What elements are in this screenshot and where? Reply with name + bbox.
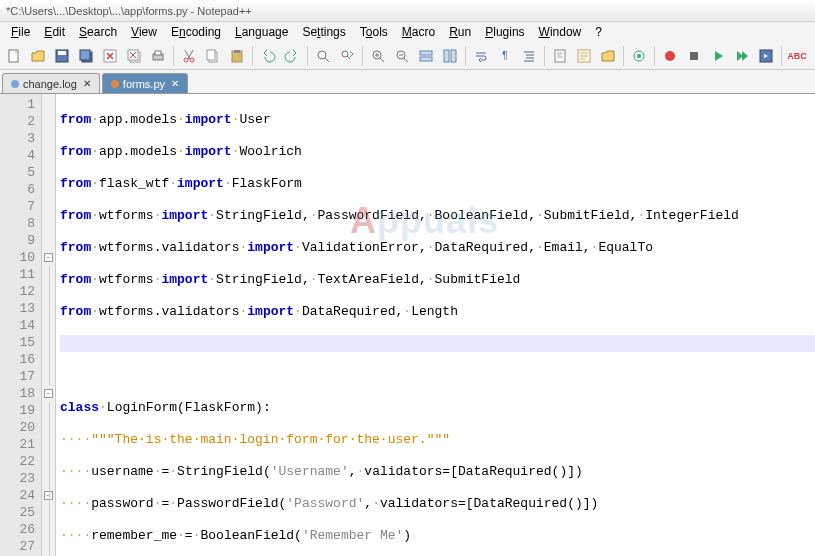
svg-rect-22 [444,50,449,62]
cursor-line [60,335,815,352]
find-icon[interactable] [312,45,334,67]
stop-macro-icon[interactable] [683,45,705,67]
svg-point-28 [665,51,675,61]
play-macro-icon[interactable] [707,45,729,67]
menu-search[interactable]: Search [72,23,124,41]
svg-rect-21 [420,57,432,61]
svg-point-10 [184,58,188,62]
close-icon[interactable] [99,45,121,67]
code-area[interactable]: from·app.models·import·User from·app.mod… [56,94,815,556]
menu-help[interactable]: ? [588,23,609,41]
save-macro-icon[interactable] [755,45,777,67]
code-editor[interactable]: 1234567891011121314151617181920212223242… [0,94,815,556]
svg-point-11 [190,58,194,62]
new-file-icon[interactable] [3,45,25,67]
svg-point-27 [637,54,641,58]
print-icon[interactable] [147,45,169,67]
svg-rect-29 [690,52,698,60]
menu-view[interactable]: View [124,23,164,41]
menu-window[interactable]: Window [532,23,589,41]
menu-bar: FFileile Edit Search View Encoding Langu… [0,22,815,42]
spellcheck-icon[interactable]: ABC [786,45,808,67]
doc-map-icon[interactable] [549,45,571,67]
menu-language[interactable]: Language [228,23,295,41]
play-multi-icon[interactable] [731,45,753,67]
undo-icon[interactable] [257,45,279,67]
menu-plugins[interactable]: Plugins [478,23,531,41]
svg-rect-4 [80,50,90,60]
record-macro-icon[interactable] [659,45,681,67]
svg-point-16 [318,51,326,59]
open-file-icon[interactable] [27,45,49,67]
sync-h-icon[interactable] [439,45,461,67]
menu-run[interactable]: Run [442,23,478,41]
menu-encoding[interactable]: Encoding [164,23,228,41]
window-titlebar: *C:\Users\...\Desktop\...\app\forms.py -… [0,0,815,22]
sync-v-icon[interactable] [415,45,437,67]
fold-gutter[interactable]: − − − [42,94,56,556]
close-all-icon[interactable] [123,45,145,67]
tab-forms-py[interactable]: forms.py✕ [102,73,188,93]
folder-ws-icon[interactable] [597,45,619,67]
svg-rect-20 [420,51,432,55]
func-list-icon[interactable] [573,45,595,67]
menu-macro[interactable]: Macro [395,23,442,41]
paste-icon[interactable] [226,45,248,67]
indent-guide-icon[interactable] [518,45,540,67]
svg-rect-15 [234,50,240,53]
svg-rect-9 [155,51,161,55]
svg-rect-13 [207,50,215,60]
svg-rect-24 [555,50,565,62]
menu-settings[interactable]: Settings [295,23,352,41]
tab-close-icon[interactable]: ✕ [171,78,179,89]
tab-close-icon[interactable]: ✕ [83,78,91,89]
cut-icon[interactable] [178,45,200,67]
replace-icon[interactable] [336,45,358,67]
wordwrap-icon[interactable] [470,45,492,67]
menu-file[interactable]: FFileile [4,23,37,41]
window-title: *C:\Users\...\Desktop\...\app\forms.py -… [6,5,252,17]
svg-rect-2 [58,51,66,55]
toolbar: ¶ ABC [0,42,815,70]
redo-icon[interactable] [281,45,303,67]
file-status-icon [11,80,19,88]
file-status-icon [111,80,119,88]
fold-toggle-icon[interactable]: − [44,389,53,398]
svg-rect-23 [451,50,456,62]
tab-label: forms.py [123,78,165,90]
menu-edit[interactable]: Edit [37,23,72,41]
menu-tools[interactable]: Tools [353,23,395,41]
monitor-icon[interactable] [628,45,650,67]
line-number-gutter: 1234567891011121314151617181920212223242… [0,94,42,556]
tab-change-log[interactable]: change.log✕ [2,73,100,93]
copy-icon[interactable] [202,45,224,67]
save-icon[interactable] [51,45,73,67]
save-all-icon[interactable] [75,45,97,67]
show-all-chars-icon[interactable]: ¶ [494,45,516,67]
tab-label: change.log [23,78,77,90]
zoom-in-icon[interactable] [367,45,389,67]
zoom-out-icon[interactable] [391,45,413,67]
fold-toggle-icon[interactable]: − [44,253,53,262]
tab-bar: change.log✕ forms.py✕ [0,70,815,94]
